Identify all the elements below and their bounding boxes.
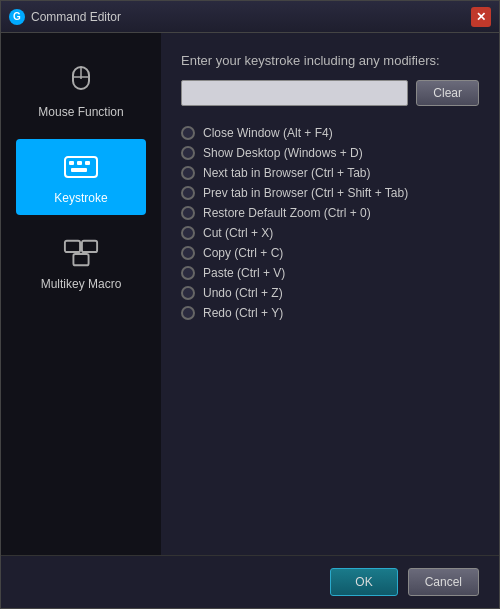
title-bar: G Command Editor ✕ [1,1,499,33]
sidebar-item-multikey-macro[interactable]: Multikey Macro [16,225,146,301]
svg-rect-8 [65,241,80,252]
option-item-close-window[interactable]: Close Window (Alt + F4) [181,126,479,140]
option-item-next-tab[interactable]: Next tab in Browser (Ctrl + Tab) [181,166,479,180]
sidebar: Mouse Function Keystroke [1,33,161,555]
option-label-close-window: Close Window (Alt + F4) [203,126,333,140]
option-item-paste[interactable]: Paste (Ctrl + V) [181,266,479,280]
option-item-show-desktop[interactable]: Show Desktop (Windows + D) [181,146,479,160]
multikey-macro-icon [63,235,99,271]
option-label-restore-zoom: Restore Default Zoom (Ctrl + 0) [203,206,371,220]
content-area: Mouse Function Keystroke [1,33,499,555]
option-item-cut[interactable]: Cut (Ctrl + X) [181,226,479,240]
option-label-next-tab: Next tab in Browser (Ctrl + Tab) [203,166,371,180]
svg-rect-5 [77,161,82,165]
radio-restore-zoom [181,206,195,220]
option-label-prev-tab: Prev tab in Browser (Ctrl + Shift + Tab) [203,186,408,200]
svg-rect-10 [73,254,88,265]
sidebar-item-keystroke-label: Keystroke [54,191,107,205]
radio-redo [181,306,195,320]
svg-rect-3 [65,157,97,177]
option-label-show-desktop: Show Desktop (Windows + D) [203,146,363,160]
sidebar-item-mouse-function-label: Mouse Function [38,105,123,119]
sidebar-item-keystroke[interactable]: Keystroke [16,139,146,215]
app-icon: G [9,9,25,25]
option-label-undo: Undo (Ctrl + Z) [203,286,283,300]
keystroke-input[interactable] [181,80,408,106]
input-row: Clear [181,80,479,106]
option-item-redo[interactable]: Redo (Ctrl + Y) [181,306,479,320]
cancel-button[interactable]: Cancel [408,568,479,596]
sidebar-item-mouse-function[interactable]: Mouse Function [16,53,146,129]
window-title: Command Editor [31,10,471,24]
mouse-function-icon [63,63,99,99]
radio-cut [181,226,195,240]
radio-close-window [181,126,195,140]
radio-prev-tab [181,186,195,200]
svg-rect-4 [69,161,74,165]
option-item-copy[interactable]: Copy (Ctrl + C) [181,246,479,260]
instruction-text: Enter your keystroke including any modif… [181,53,479,68]
radio-undo [181,286,195,300]
radio-paste [181,266,195,280]
svg-rect-9 [82,241,97,252]
close-button[interactable]: ✕ [471,7,491,27]
option-label-redo: Redo (Ctrl + Y) [203,306,283,320]
svg-rect-6 [85,161,90,165]
sidebar-item-multikey-macro-label: Multikey Macro [41,277,122,291]
option-label-copy: Copy (Ctrl + C) [203,246,283,260]
command-editor-window: G Command Editor ✕ Mouse Function [0,0,500,609]
radio-show-desktop [181,146,195,160]
options-list: Close Window (Alt + F4)Show Desktop (Win… [181,126,479,535]
clear-button[interactable]: Clear [416,80,479,106]
option-item-undo[interactable]: Undo (Ctrl + Z) [181,286,479,300]
ok-button[interactable]: OK [330,568,397,596]
svg-rect-7 [71,168,87,172]
footer: OK Cancel [1,555,499,608]
keystroke-icon [63,149,99,185]
option-label-cut: Cut (Ctrl + X) [203,226,273,240]
option-label-paste: Paste (Ctrl + V) [203,266,285,280]
option-item-prev-tab[interactable]: Prev tab in Browser (Ctrl + Shift + Tab) [181,186,479,200]
radio-copy [181,246,195,260]
main-area: Enter your keystroke including any modif… [161,33,499,555]
option-item-restore-zoom[interactable]: Restore Default Zoom (Ctrl + 0) [181,206,479,220]
radio-next-tab [181,166,195,180]
